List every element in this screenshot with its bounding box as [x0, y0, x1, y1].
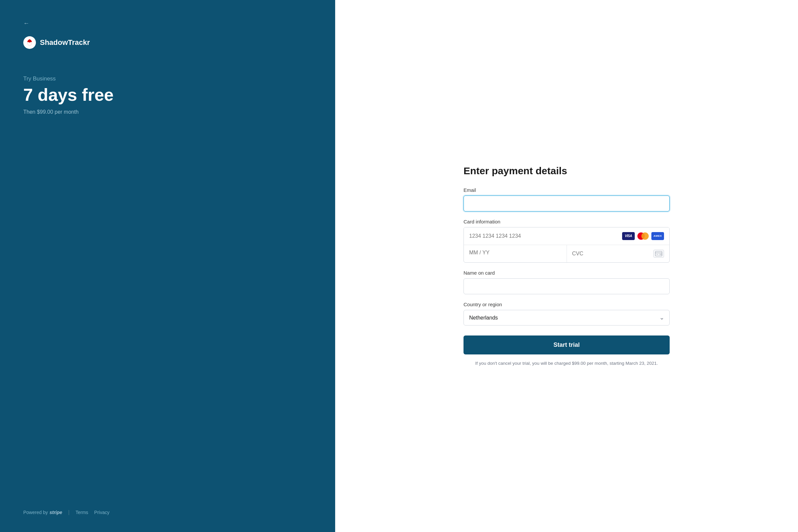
- card-number-input[interactable]: [469, 233, 622, 239]
- terms-link[interactable]: Terms: [75, 510, 88, 515]
- svg-text:123: 123: [659, 253, 662, 255]
- name-label: Name on card: [463, 270, 670, 276]
- name-input[interactable]: [463, 278, 670, 294]
- privacy-link[interactable]: Privacy: [94, 510, 109, 515]
- country-field-group: Country or region Netherlands United Sta…: [463, 302, 670, 325]
- name-field-group: Name on card: [463, 270, 670, 294]
- footer-divider: |: [68, 509, 70, 515]
- form-title: Enter payment details: [463, 165, 670, 176]
- email-field-group: Email: [463, 187, 670, 211]
- card-info-container: VISA AMEX: [463, 227, 670, 263]
- left-footer: Powered by stripe | Terms Privacy: [23, 509, 312, 515]
- try-label: Try Business: [23, 75, 312, 82]
- right-panel: Enter payment details Email Card informa…: [335, 0, 798, 532]
- cvc-cell: 123: [567, 245, 670, 262]
- start-trial-button[interactable]: Start trial: [463, 336, 670, 355]
- powered-by-label: Powered by: [23, 510, 48, 515]
- trial-notice: If you don't cancel your trial, you will…: [463, 360, 670, 367]
- amex-icon: AMEX: [651, 232, 664, 240]
- card-icons: VISA AMEX: [622, 232, 664, 240]
- country-select[interactable]: Netherlands United States United Kingdom…: [463, 310, 670, 325]
- card-expiry-cvc-row: 123: [464, 245, 669, 262]
- expiry-input[interactable]: [469, 250, 561, 256]
- brand-name: ShadowTrackr: [40, 38, 90, 47]
- expiry-cell: [464, 245, 567, 262]
- then-price: Then $99.00 per month: [23, 109, 312, 115]
- email-label: Email: [463, 187, 670, 193]
- country-label: Country or region: [463, 302, 670, 307]
- card-info-label: Card information: [463, 219, 670, 225]
- cvc-input[interactable]: [572, 251, 651, 257]
- left-panel: ← ShadowTrackr Try Business 7 days free …: [0, 0, 335, 532]
- brand-row: ShadowTrackr: [23, 36, 312, 49]
- form-container: Enter payment details Email Card informa…: [463, 165, 670, 367]
- card-info-field-group: Card information VISA AMEX: [463, 219, 670, 263]
- left-top: ← ShadowTrackr Try Business 7 days free …: [23, 20, 312, 115]
- email-input[interactable]: [463, 195, 670, 211]
- days-free-heading: 7 days free: [23, 86, 312, 104]
- powered-by: Powered by stripe: [23, 510, 62, 515]
- svg-rect-3: [657, 254, 658, 255]
- card-number-row: VISA AMEX: [464, 227, 669, 245]
- country-select-wrapper: Netherlands United States United Kingdom…: [463, 310, 670, 325]
- mastercard-icon: [637, 232, 649, 240]
- cvc-card-icon: 123: [653, 250, 664, 258]
- left-content: Try Business 7 days free Then $99.00 per…: [23, 75, 312, 115]
- brand-logo-icon: [25, 38, 34, 47]
- stripe-label: stripe: [50, 510, 62, 515]
- visa-icon: VISA: [622, 232, 635, 240]
- back-arrow-icon: ←: [23, 20, 29, 27]
- back-link[interactable]: ←: [23, 20, 312, 27]
- brand-logo: [23, 36, 36, 49]
